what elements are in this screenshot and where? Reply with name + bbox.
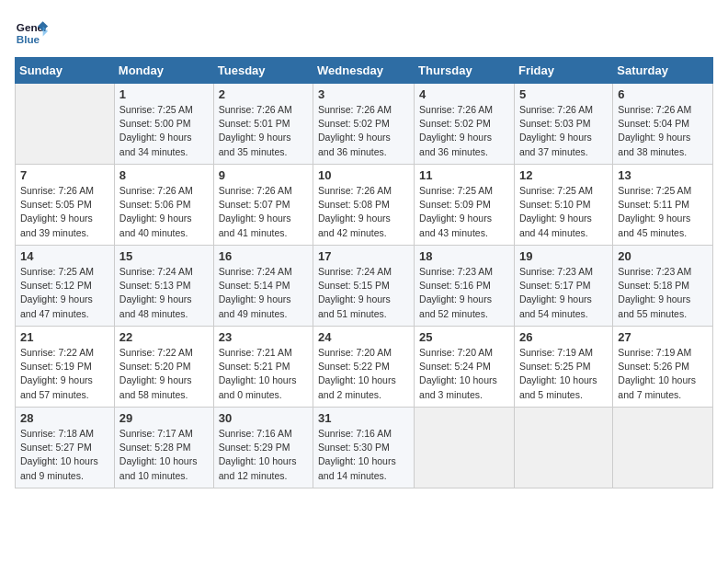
day-number: 5 <box>519 87 608 101</box>
day-detail: Sunrise: 7:20 AM Sunset: 5:24 PM Dayligh… <box>419 346 509 402</box>
day-number: 12 <box>519 168 608 182</box>
day-detail: Sunrise: 7:25 AM Sunset: 5:00 PM Dayligh… <box>119 103 209 159</box>
day-detail: Sunrise: 7:20 AM Sunset: 5:22 PM Dayligh… <box>318 346 409 402</box>
day-number: 24 <box>318 330 409 344</box>
calendar-cell: 12Sunrise: 7:25 AM Sunset: 5:10 PM Dayli… <box>514 165 612 246</box>
week-row-4: 21Sunrise: 7:22 AM Sunset: 5:19 PM Dayli… <box>16 327 713 408</box>
calendar-cell: 28Sunrise: 7:18 AM Sunset: 5:27 PM Dayli… <box>16 408 115 488</box>
week-row-3: 14Sunrise: 7:25 AM Sunset: 5:12 PM Dayli… <box>16 246 713 327</box>
day-detail: Sunrise: 7:24 AM Sunset: 5:13 PM Dayligh… <box>119 265 209 321</box>
day-number: 18 <box>419 249 509 263</box>
day-detail: Sunrise: 7:24 AM Sunset: 5:15 PM Dayligh… <box>318 265 409 321</box>
day-number: 21 <box>20 330 109 344</box>
day-detail: Sunrise: 7:23 AM Sunset: 5:18 PM Dayligh… <box>618 265 708 321</box>
page-header: General Blue <box>15 15 713 48</box>
day-number: 26 <box>519 330 608 344</box>
calendar-cell: 5Sunrise: 7:26 AM Sunset: 5:03 PM Daylig… <box>514 84 612 165</box>
day-detail: Sunrise: 7:22 AM Sunset: 5:20 PM Dayligh… <box>119 346 209 402</box>
col-header-saturday: Saturday <box>613 58 713 84</box>
day-number: 9 <box>219 168 308 182</box>
calendar-cell: 10Sunrise: 7:26 AM Sunset: 5:08 PM Dayli… <box>313 165 415 246</box>
day-number: 28 <box>20 411 109 425</box>
week-row-1: 1Sunrise: 7:25 AM Sunset: 5:00 PM Daylig… <box>16 84 713 165</box>
calendar-cell: 15Sunrise: 7:24 AM Sunset: 5:13 PM Dayli… <box>114 246 213 327</box>
day-detail: Sunrise: 7:23 AM Sunset: 5:17 PM Dayligh… <box>519 265 608 321</box>
day-number: 13 <box>618 168 708 182</box>
day-detail: Sunrise: 7:17 AM Sunset: 5:28 PM Dayligh… <box>119 427 209 483</box>
logo-icon: General Blue <box>15 15 48 48</box>
day-detail: Sunrise: 7:25 AM Sunset: 5:11 PM Dayligh… <box>618 184 708 240</box>
day-detail: Sunrise: 7:16 AM Sunset: 5:29 PM Dayligh… <box>219 427 308 483</box>
day-number: 4 <box>419 87 509 101</box>
day-number: 22 <box>119 330 209 344</box>
calendar-table: SundayMondayTuesdayWednesdayThursdayFrid… <box>15 57 713 488</box>
calendar-cell <box>415 408 515 488</box>
calendar-cell: 19Sunrise: 7:23 AM Sunset: 5:17 PM Dayli… <box>514 246 612 327</box>
day-number: 6 <box>618 87 708 101</box>
calendar-cell: 22Sunrise: 7:22 AM Sunset: 5:20 PM Dayli… <box>114 327 213 408</box>
calendar-cell: 16Sunrise: 7:24 AM Sunset: 5:14 PM Dayli… <box>213 246 313 327</box>
col-header-monday: Monday <box>114 58 213 84</box>
calendar-cell: 3Sunrise: 7:26 AM Sunset: 5:02 PM Daylig… <box>313 84 415 165</box>
calendar-cell: 26Sunrise: 7:19 AM Sunset: 5:25 PM Dayli… <box>514 327 612 408</box>
col-header-thursday: Thursday <box>415 58 515 84</box>
day-detail: Sunrise: 7:26 AM Sunset: 5:04 PM Dayligh… <box>618 103 708 159</box>
svg-text:Blue: Blue <box>17 33 40 45</box>
calendar-cell: 25Sunrise: 7:20 AM Sunset: 5:24 PM Dayli… <box>415 327 515 408</box>
day-detail: Sunrise: 7:25 AM Sunset: 5:10 PM Dayligh… <box>519 184 608 240</box>
day-detail: Sunrise: 7:19 AM Sunset: 5:26 PM Dayligh… <box>618 346 708 402</box>
day-number: 30 <box>219 411 308 425</box>
calendar-cell: 13Sunrise: 7:25 AM Sunset: 5:11 PM Dayli… <box>613 165 713 246</box>
day-number: 19 <box>519 249 608 263</box>
calendar-cell: 30Sunrise: 7:16 AM Sunset: 5:29 PM Dayli… <box>213 408 313 488</box>
day-number: 14 <box>20 249 109 263</box>
day-detail: Sunrise: 7:18 AM Sunset: 5:27 PM Dayligh… <box>20 427 109 483</box>
day-number: 23 <box>219 330 308 344</box>
logo: General Blue <box>15 15 48 48</box>
calendar-cell: 23Sunrise: 7:21 AM Sunset: 5:21 PM Dayli… <box>213 327 313 408</box>
calendar-cell: 6Sunrise: 7:26 AM Sunset: 5:04 PM Daylig… <box>613 84 713 165</box>
day-number: 10 <box>318 168 409 182</box>
day-detail: Sunrise: 7:21 AM Sunset: 5:21 PM Dayligh… <box>219 346 308 402</box>
calendar-cell: 18Sunrise: 7:23 AM Sunset: 5:16 PM Dayli… <box>415 246 515 327</box>
day-detail: Sunrise: 7:19 AM Sunset: 5:25 PM Dayligh… <box>519 346 608 402</box>
day-detail: Sunrise: 7:25 AM Sunset: 5:12 PM Dayligh… <box>20 265 109 321</box>
calendar-cell: 21Sunrise: 7:22 AM Sunset: 5:19 PM Dayli… <box>16 327 115 408</box>
calendar-cell: 20Sunrise: 7:23 AM Sunset: 5:18 PM Dayli… <box>613 246 713 327</box>
day-detail: Sunrise: 7:26 AM Sunset: 5:03 PM Dayligh… <box>519 103 608 159</box>
calendar-cell: 14Sunrise: 7:25 AM Sunset: 5:12 PM Dayli… <box>16 246 115 327</box>
col-header-friday: Friday <box>514 58 612 84</box>
calendar-cell: 9Sunrise: 7:26 AM Sunset: 5:07 PM Daylig… <box>213 165 313 246</box>
col-header-sunday: Sunday <box>16 58 115 84</box>
day-number: 2 <box>219 87 308 101</box>
calendar-cell: 4Sunrise: 7:26 AM Sunset: 5:02 PM Daylig… <box>415 84 515 165</box>
week-row-2: 7Sunrise: 7:26 AM Sunset: 5:05 PM Daylig… <box>16 165 713 246</box>
calendar-cell: 31Sunrise: 7:16 AM Sunset: 5:30 PM Dayli… <box>313 408 415 488</box>
calendar-cell <box>613 408 713 488</box>
calendar-cell: 27Sunrise: 7:19 AM Sunset: 5:26 PM Dayli… <box>613 327 713 408</box>
day-detail: Sunrise: 7:16 AM Sunset: 5:30 PM Dayligh… <box>318 427 409 483</box>
day-number: 27 <box>618 330 708 344</box>
day-number: 8 <box>119 168 209 182</box>
day-number: 11 <box>419 168 509 182</box>
day-detail: Sunrise: 7:26 AM Sunset: 5:06 PM Dayligh… <box>119 184 209 240</box>
day-detail: Sunrise: 7:26 AM Sunset: 5:01 PM Dayligh… <box>219 103 308 159</box>
calendar-cell: 8Sunrise: 7:26 AM Sunset: 5:06 PM Daylig… <box>114 165 213 246</box>
day-detail: Sunrise: 7:26 AM Sunset: 5:02 PM Dayligh… <box>419 103 509 159</box>
day-number: 17 <box>318 249 409 263</box>
calendar-cell <box>16 84 115 165</box>
day-detail: Sunrise: 7:26 AM Sunset: 5:05 PM Dayligh… <box>20 184 109 240</box>
day-number: 7 <box>20 168 109 182</box>
calendar-header-row: SundayMondayTuesdayWednesdayThursdayFrid… <box>16 58 713 84</box>
day-detail: Sunrise: 7:22 AM Sunset: 5:19 PM Dayligh… <box>20 346 109 402</box>
calendar-cell: 29Sunrise: 7:17 AM Sunset: 5:28 PM Dayli… <box>114 408 213 488</box>
day-detail: Sunrise: 7:24 AM Sunset: 5:14 PM Dayligh… <box>219 265 308 321</box>
col-header-wednesday: Wednesday <box>313 58 415 84</box>
day-number: 3 <box>318 87 409 101</box>
day-number: 15 <box>119 249 209 263</box>
week-row-5: 28Sunrise: 7:18 AM Sunset: 5:27 PM Dayli… <box>16 408 713 488</box>
day-number: 16 <box>219 249 308 263</box>
calendar-cell: 17Sunrise: 7:24 AM Sunset: 5:15 PM Dayli… <box>313 246 415 327</box>
calendar-cell: 24Sunrise: 7:20 AM Sunset: 5:22 PM Dayli… <box>313 327 415 408</box>
calendar-cell <box>514 408 612 488</box>
